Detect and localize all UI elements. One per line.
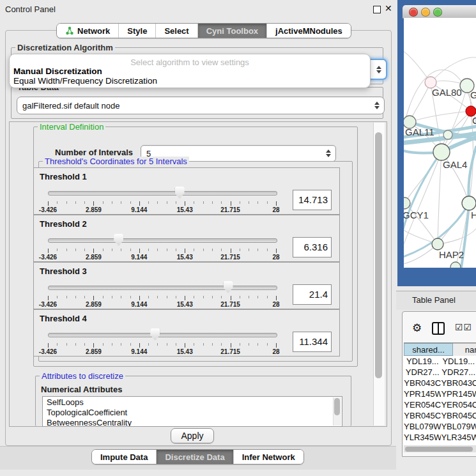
zoom-traffic-light[interactable] bbox=[433, 8, 442, 17]
network-node-gal4[interactable] bbox=[433, 144, 450, 160]
network-node-h[interactable] bbox=[462, 196, 476, 210]
threshold-slider-1[interactable]: -3.4262.8599.14415.4321.71528 bbox=[48, 186, 276, 213]
slider-handle[interactable] bbox=[224, 281, 233, 293]
threshold-slider-3[interactable]: -3.4262.8599.14415.4321.71528 bbox=[48, 280, 276, 307]
table-row[interactable]: YIL052CYIL052C bbox=[404, 443, 476, 445]
tab-cyni-toolbox[interactable]: Cyni Toolbox bbox=[198, 24, 267, 38]
slider-track[interactable] bbox=[48, 286, 277, 290]
minimize-traffic-light[interactable] bbox=[421, 8, 430, 17]
network-node[interactable] bbox=[443, 130, 452, 139]
table-row[interactable]: YBR045CYBR045C bbox=[404, 410, 476, 421]
network-node[interactable] bbox=[450, 262, 461, 268]
tab-select[interactable]: Select bbox=[156, 24, 197, 38]
settings-gear-icon[interactable]: ⚙ bbox=[412, 321, 422, 335]
column-header-name[interactable]: name bbox=[453, 343, 476, 356]
cell-name[interactable]: YBR043C bbox=[441, 378, 476, 388]
close-icon[interactable]: ✕ bbox=[385, 3, 392, 13]
close-traffic-light[interactable] bbox=[409, 8, 418, 17]
bottom-tab-label: Impute Data bbox=[100, 452, 148, 462]
cell-shared-name[interactable]: YIL052C bbox=[404, 443, 441, 445]
cell-name[interactable]: YBL079W bbox=[441, 421, 476, 432]
table-row[interactable]: YDR27...YDR27... bbox=[404, 367, 476, 378]
tick-label: -3.426 bbox=[39, 348, 57, 355]
minor-tick bbox=[148, 296, 149, 298]
cell-name[interactable]: YLR345W bbox=[441, 432, 476, 443]
slider-handle[interactable] bbox=[150, 328, 160, 341]
minor-tick bbox=[148, 201, 149, 204]
network-edge[interactable] bbox=[438, 229, 476, 244]
horizontal-scrollbar[interactable] bbox=[404, 445, 476, 452]
threshold-value-field[interactable]: 6.316 bbox=[293, 237, 332, 257]
apply-button[interactable]: Apply bbox=[171, 428, 214, 443]
table-row[interactable]: YER054CYER054C bbox=[404, 399, 476, 410]
attribute-list-item[interactable]: BetweennessCentrality bbox=[43, 417, 342, 427]
minor-tick bbox=[157, 249, 158, 251]
network-edge[interactable] bbox=[438, 152, 441, 244]
minor-tick bbox=[221, 296, 222, 298]
cell-shared-name[interactable]: YPR145W bbox=[404, 388, 441, 399]
cell-shared-name[interactable]: YER054C bbox=[404, 399, 441, 410]
minor-tick bbox=[57, 296, 58, 298]
cell-name[interactable]: YER054C bbox=[441, 399, 476, 410]
vertical-scrollbar[interactable] bbox=[373, 123, 385, 426]
threshold-slider-2[interactable]: -3.4262.8599.14415.4321.71528 bbox=[48, 233, 276, 260]
horizontal-scrollbar-thumb[interactable] bbox=[405, 447, 473, 452]
tick-label: 9.144 bbox=[131, 206, 147, 213]
network-node-gcy1[interactable] bbox=[404, 197, 410, 209]
minor-tick bbox=[103, 296, 104, 298]
threshold-value-field[interactable]: 21.4 bbox=[293, 284, 332, 305]
minor-tick bbox=[240, 201, 240, 204]
slider-track[interactable] bbox=[48, 238, 277, 243]
cell-name[interactable]: YDR27... bbox=[441, 367, 476, 378]
cell-name[interactable]: YDL19... bbox=[441, 356, 476, 367]
cell-name[interactable]: YBR045C bbox=[441, 410, 476, 421]
minor-tick bbox=[267, 343, 268, 346]
list-scrollbar[interactable] bbox=[333, 397, 341, 426]
table-row[interactable]: YPR145WYPR145W bbox=[404, 388, 476, 399]
cell-shared-name[interactable]: YDR27... bbox=[404, 367, 441, 378]
cell-shared-name[interactable]: YBR045C bbox=[404, 410, 441, 421]
cell-name[interactable]: YIL052C bbox=[441, 443, 476, 445]
cell-shared-name[interactable]: YBL079W bbox=[404, 421, 441, 432]
interval-definition-title: Interval Definition bbox=[38, 122, 105, 132]
table-row[interactable]: YLR345WYLR345W bbox=[404, 432, 476, 443]
cell-shared-name[interactable]: YBR043C bbox=[404, 378, 441, 388]
attribute-list-item[interactable]: TopologicalCoefficient bbox=[43, 407, 342, 417]
bottom-tab-infer-network[interactable]: Infer Network bbox=[234, 450, 303, 464]
bottom-tab-impute-data[interactable]: Impute Data bbox=[92, 450, 157, 464]
minor-tick bbox=[130, 343, 131, 346]
bottom-tab-discretize-data[interactable]: Discretize Data bbox=[157, 450, 233, 464]
threshold-value-field[interactable]: 11.344 bbox=[293, 332, 332, 352]
network-window-titlebar[interactable] bbox=[403, 5, 476, 19]
table-row[interactable]: YBL079WYBL079W bbox=[404, 421, 476, 432]
network-node-hap2[interactable] bbox=[432, 238, 443, 250]
table-row[interactable]: YDL19...YDL19... bbox=[404, 356, 476, 367]
table-data-combo[interactable]: galFiltered.sif default node bbox=[17, 96, 385, 114]
checkbox-pair-icon[interactable]: ☑☑ bbox=[455, 322, 472, 332]
threshold-value-field[interactable]: 14.713 bbox=[293, 190, 332, 210]
tick-label: 15.43 bbox=[177, 254, 193, 261]
network-canvas[interactable]: GAL80GACGAL11GAL4GCY1HHAP2 bbox=[404, 18, 476, 268]
tab-style[interactable]: Style bbox=[119, 24, 156, 38]
list-scrollbar-thumb[interactable] bbox=[334, 398, 340, 415]
cell-shared-name[interactable]: YLR345W bbox=[404, 432, 441, 443]
column-header-shared-name[interactable]: shared... bbox=[404, 343, 453, 356]
dropdown-item-equal-width[interactable]: Equal Width/Frequency Discretization bbox=[12, 76, 159, 86]
float-window-icon[interactable] bbox=[373, 6, 381, 13]
dropdown-item-manual[interactable]: Manual Discretization bbox=[12, 66, 104, 76]
tab-jactivemnodules[interactable]: jActiveMNodules bbox=[267, 24, 351, 38]
threshold-slider-4[interactable]: -3.4262.8599.14415.4321.71528 bbox=[48, 328, 276, 355]
cell-shared-name[interactable]: YDL19... bbox=[404, 356, 441, 367]
column-layout-icon[interactable] bbox=[432, 322, 445, 335]
vertical-scrollbar-thumb[interactable] bbox=[375, 132, 382, 378]
minor-tick bbox=[57, 201, 58, 204]
table-row[interactable]: YBR043CYBR043C bbox=[404, 378, 476, 388]
slider-track[interactable] bbox=[48, 333, 277, 337]
minor-tick bbox=[257, 249, 258, 251]
attribute-list-item[interactable]: SelfLoops bbox=[43, 397, 342, 407]
cell-name[interactable]: YPR145W bbox=[441, 388, 476, 399]
slider-handle[interactable] bbox=[175, 187, 185, 199]
slider-track[interactable] bbox=[48, 191, 277, 196]
tab-network[interactable]: Network bbox=[57, 24, 119, 38]
slider-handle[interactable] bbox=[114, 234, 123, 246]
